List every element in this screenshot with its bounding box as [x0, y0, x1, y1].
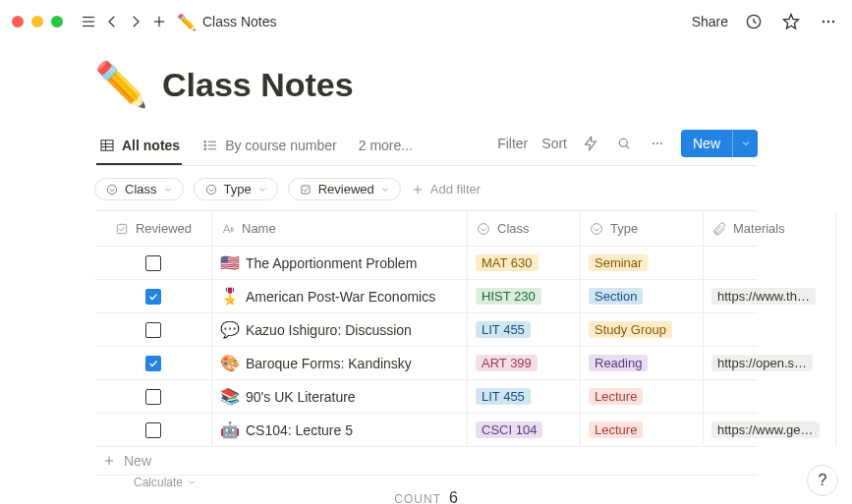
materials-link[interactable]: https://www.ge…	[711, 421, 820, 438]
cell-reviewed[interactable]	[94, 347, 212, 379]
new-button[interactable]: New	[681, 130, 758, 157]
col-header-class[interactable]: Class	[468, 211, 581, 246]
page-title[interactable]: Class Notes	[162, 66, 354, 104]
more-icon[interactable]	[817, 10, 840, 33]
cell-reviewed[interactable]	[94, 247, 212, 279]
cell-reviewed[interactable]	[94, 280, 212, 312]
table-row[interactable]: 💬Kazuo Ishiguro: DiscussionLIT 455Study …	[94, 313, 758, 347]
col-header-reviewed[interactable]: Reviewed	[94, 211, 212, 246]
cell-type[interactable]: Lecture	[581, 380, 704, 413]
new-page-icon[interactable]	[147, 10, 171, 33]
minimize-window-icon[interactable]	[31, 16, 43, 28]
window-controls[interactable]	[12, 16, 63, 28]
cell-type[interactable]: Seminar	[581, 247, 704, 279]
view-options-icon[interactable]	[648, 134, 667, 153]
cell-type[interactable]: Lecture	[581, 414, 704, 446]
svg-rect-28	[302, 185, 310, 193]
reviewed-checkbox[interactable]	[145, 322, 161, 338]
cell-type[interactable]: Section	[581, 280, 704, 312]
reviewed-checkbox[interactable]	[145, 356, 161, 371]
reviewed-checkbox[interactable]	[145, 422, 161, 438]
table-row[interactable]: 📚90's UK LiteratureLIT 455Lecture	[94, 380, 758, 414]
row-emoji: 🎖️	[220, 287, 240, 306]
table-row[interactable]: 🇺🇸The Apportionment ProblemMAT 630Semina…	[94, 247, 758, 280]
cell-name[interactable]: 📚90's UK Literature	[212, 380, 468, 413]
cell-reviewed[interactable]	[94, 380, 212, 413]
cell-class[interactable]: LIT 455	[468, 380, 581, 413]
svg-point-21	[619, 139, 627, 146]
svg-point-8	[827, 21, 830, 24]
table-row[interactable]: 🤖CS104: Lecture 5CSCI 104Lecturehttps://…	[94, 414, 758, 447]
cell-materials[interactable]	[704, 380, 836, 413]
updates-icon[interactable]	[742, 10, 766, 33]
cell-name[interactable]: 🤖CS104: Lecture 5	[212, 414, 468, 446]
svg-point-9	[832, 21, 835, 24]
close-window-icon[interactable]	[12, 16, 24, 28]
add-row-button[interactable]: New	[94, 447, 758, 476]
count-label: COUNT	[394, 492, 440, 504]
cell-class[interactable]: HIST 230	[468, 280, 581, 312]
cell-type[interactable]: Reading	[581, 347, 704, 379]
maximize-window-icon[interactable]	[51, 16, 63, 28]
database-table: Reviewed Name Class Type Materials 🇺🇸The…	[94, 210, 758, 504]
cell-class[interactable]: ART 399	[468, 347, 581, 379]
search-icon[interactable]	[614, 134, 634, 153]
plus-icon	[411, 183, 425, 196]
col-header-type[interactable]: Type	[581, 211, 704, 246]
select-icon	[105, 183, 119, 196]
reviewed-checkbox[interactable]	[145, 389, 161, 405]
cell-name[interactable]: 💬Kazuo Ishiguro: Discussion	[212, 313, 468, 346]
table-row[interactable]: 🎨Baroque Forms: KandinskyART 399Readingh…	[94, 347, 758, 380]
filter-pill-class[interactable]: Class	[94, 178, 184, 200]
type-tag: Study Group	[589, 321, 672, 338]
filter-button[interactable]: Filter	[497, 136, 528, 151]
text-icon	[220, 221, 236, 237]
col-header-materials[interactable]: Materials	[704, 211, 836, 246]
sidebar-toggle-icon[interactable]	[77, 10, 100, 33]
table-row[interactable]: 🎖️American Post-War EconomicsHIST 230Sec…	[94, 280, 758, 313]
automations-icon[interactable]	[581, 134, 600, 153]
filter-pill-type[interactable]: Type	[194, 178, 278, 200]
materials-link[interactable]: https://open.s…	[711, 355, 813, 371]
cell-overflow	[836, 380, 852, 413]
new-button-dropdown[interactable]	[732, 130, 758, 157]
reviewed-checkbox[interactable]	[145, 289, 161, 305]
materials-link[interactable]: https://www.th…	[711, 288, 816, 305]
share-button[interactable]: Share	[692, 14, 728, 29]
filter-pill-reviewed[interactable]: Reviewed	[288, 178, 401, 200]
cell-materials[interactable]: https://www.th…	[704, 280, 836, 312]
forward-icon[interactable]	[124, 10, 147, 33]
cell-name[interactable]: 🎨Baroque Forms: Kandinsky	[212, 347, 468, 379]
cell-class[interactable]: CSCI 104	[468, 414, 581, 446]
reviewed-checkbox[interactable]	[145, 255, 161, 271]
svg-point-32	[479, 223, 489, 234]
cell-overflow	[836, 414, 852, 446]
sort-button[interactable]: Sort	[541, 136, 567, 151]
cell-materials[interactable]: https://open.s…	[704, 347, 836, 379]
cell-reviewed[interactable]	[94, 313, 212, 346]
col-header-name[interactable]: Name	[212, 211, 468, 246]
back-icon[interactable]	[100, 10, 124, 33]
chevron-down-icon	[187, 477, 197, 487]
cell-name[interactable]: 🎖️American Post-War Economics	[212, 280, 468, 312]
cell-name[interactable]: 🇺🇸The Apportionment Problem	[212, 247, 468, 279]
page-emoji[interactable]: ✏️	[94, 63, 148, 106]
view-tab-label: By course number	[225, 138, 337, 153]
view-tab-by-course-number[interactable]: By course number	[199, 131, 339, 164]
favorite-icon[interactable]	[779, 10, 803, 33]
view-tab-all-notes[interactable]: All notes	[96, 131, 182, 164]
cell-materials[interactable]: https://www.ge…	[704, 414, 836, 446]
cell-materials[interactable]	[704, 247, 836, 279]
more-views-button[interactable]: 2 more...	[357, 132, 415, 163]
calculate-button[interactable]: Calculate	[94, 476, 212, 489]
cell-class[interactable]: LIT 455	[468, 313, 581, 346]
svg-marker-20	[586, 137, 596, 149]
breadcrumb[interactable]: ✏️ Class Notes	[177, 13, 276, 31]
cell-reviewed[interactable]	[94, 414, 212, 446]
add-filter-button[interactable]: Add filter	[411, 182, 481, 196]
cell-materials[interactable]	[704, 313, 836, 346]
row-emoji: 🇺🇸	[220, 253, 240, 272]
cell-type[interactable]: Study Group	[581, 313, 704, 346]
help-button[interactable]: ?	[807, 465, 838, 496]
cell-class[interactable]: MAT 630	[468, 247, 581, 279]
